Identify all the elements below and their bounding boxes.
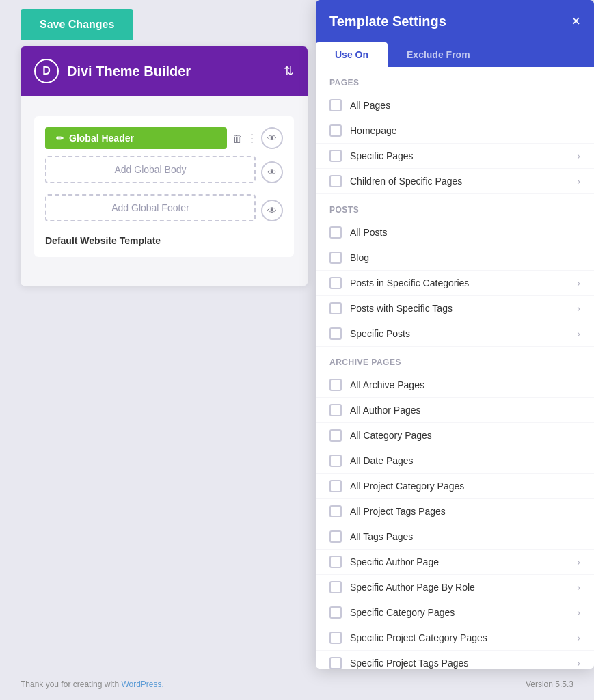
eye-btn-footer[interactable]: 👁 [261, 200, 283, 221]
item-label-all-project-category: All Project Category Pages [350, 481, 580, 492]
list-item[interactable]: All Project Tags Pages [316, 499, 594, 524]
list-item[interactable]: Specific Project Category Pages › [316, 625, 594, 651]
archive-section-label: Archive Pages [316, 347, 594, 373]
arrow-icon: › [577, 658, 580, 669]
list-item[interactable]: Specific Posts › [316, 321, 594, 347]
checkbox-all-project-category[interactable] [329, 480, 342, 492]
eye-btn-body[interactable]: 👁 [261, 161, 283, 183]
item-label-posts-tags: Posts with Specific Tags [350, 303, 577, 314]
arrow-icon: › [577, 556, 580, 567]
save-changes-button[interactable]: Save Changes [21, 9, 133, 40]
divi-header-right-icon: ⇅ [284, 64, 294, 79]
list-item[interactable]: Posts in Specific Categories › [316, 271, 594, 296]
checkbox-all-date[interactable] [329, 455, 342, 467]
item-label-blog: Blog [350, 252, 580, 263]
arrow-icon: › [577, 176, 580, 187]
list-item[interactable]: All Pages [316, 93, 594, 118]
global-header-label: Global Header [69, 133, 134, 144]
modal-header: Template Settings × [316, 0, 594, 42]
arrow-icon: › [577, 150, 580, 161]
item-label-specific-author: Specific Author Page [350, 556, 577, 567]
add-global-footer-label: Add Global Footer [111, 202, 189, 213]
checkbox-all-author[interactable] [329, 404, 342, 416]
list-item[interactable]: Specific Author Page By Role › [316, 575, 594, 600]
checkbox-all-posts[interactable] [329, 226, 342, 239]
checkbox-specific-project-tags[interactable] [329, 657, 342, 669]
checkbox-posts-tags[interactable] [329, 302, 342, 314]
list-item[interactable]: Specific Project Tags Pages › [316, 651, 594, 669]
checkbox-specific-project-category[interactable] [329, 632, 342, 644]
checkbox-posts-categories[interactable] [329, 277, 342, 289]
list-item[interactable]: Posts with Specific Tags › [316, 296, 594, 321]
list-item[interactable]: All Category Pages [316, 423, 594, 448]
divi-content: ✏ Global Header 🗑 ⋮ 👁 Add Global Body 👁 [21, 96, 308, 286]
tab-use-on[interactable]: Use On [316, 42, 388, 67]
item-label-specific-pages: Specific Pages [350, 150, 577, 161]
posts-section-label: Posts [316, 194, 594, 220]
global-header-row: ✏ Global Header 🗑 ⋮ 👁 [45, 127, 283, 149]
arrow-icon: › [577, 582, 580, 593]
item-label-all-category: All Category Pages [350, 430, 580, 441]
list-item[interactable]: All Tags Pages [316, 524, 594, 550]
list-item[interactable]: Specific Author Page › [316, 550, 594, 575]
list-item[interactable]: All Author Pages [316, 398, 594, 423]
wordpress-link[interactable]: WordPress. [121, 679, 163, 689]
modal-tabs: Use On Exclude From [316, 42, 594, 67]
list-item[interactable]: Blog [316, 245, 594, 271]
checkbox-all-archive[interactable] [329, 379, 342, 391]
template-block: ✏ Global Header 🗑 ⋮ 👁 Add Global Body 👁 [34, 116, 294, 257]
add-global-footer-btn[interactable]: Add Global Footer [45, 194, 256, 221]
arrow-icon: › [577, 278, 580, 288]
list-item[interactable]: Specific Pages › [316, 144, 594, 169]
item-label-all-tags: All Tags Pages [350, 531, 580, 542]
add-global-body-btn[interactable]: Add Global Body [45, 156, 256, 183]
list-item[interactable]: All Archive Pages [316, 373, 594, 398]
eye-btn-header[interactable]: 👁 [261, 127, 283, 149]
checkbox-specific-posts[interactable] [329, 327, 342, 340]
global-header-btn[interactable]: ✏ Global Header [45, 127, 227, 149]
checkbox-blog[interactable] [329, 252, 342, 264]
checkbox-all-pages[interactable] [329, 99, 342, 111]
divi-theme-builder-panel: D Divi Theme Builder ⇅ ✏ Global Header 🗑… [21, 46, 308, 286]
checkbox-specific-author-role[interactable] [329, 581, 342, 593]
item-label-specific-category: Specific Category Pages [350, 607, 577, 618]
checkbox-specific-pages[interactable] [329, 150, 342, 162]
item-label-specific-author-role: Specific Author Page By Role [350, 582, 577, 593]
item-label-specific-project-category: Specific Project Category Pages [350, 632, 577, 643]
gh-actions: 🗑 ⋮ 👁 [232, 127, 283, 149]
item-label-all-posts: All Posts [350, 227, 580, 238]
modal-body: Pages All Pages Homepage Specific Pages … [316, 67, 594, 669]
item-label-all-archive: All Archive Pages [350, 379, 580, 390]
list-item[interactable]: Specific Category Pages › [316, 600, 594, 625]
checkbox-children[interactable] [329, 175, 342, 187]
more-icon[interactable]: ⋮ [247, 132, 257, 144]
modal-close-button[interactable]: × [571, 12, 580, 30]
divi-panel-title: Divi Theme Builder [67, 64, 191, 79]
pencil-icon: ✏ [56, 133, 64, 144]
trash-icon[interactable]: 🗑 [232, 133, 243, 144]
tab-exclude-from[interactable]: Exclude From [388, 42, 489, 67]
modal-title: Template Settings [329, 14, 446, 29]
item-label-all-pages: All Pages [350, 100, 580, 111]
checkbox-all-project-tags[interactable] [329, 505, 342, 517]
checkbox-specific-category[interactable] [329, 606, 342, 619]
item-label-all-author: All Author Pages [350, 405, 580, 416]
item-label-homepage: Homepage [350, 125, 580, 136]
checkbox-homepage[interactable] [329, 124, 342, 137]
checkbox-all-category[interactable] [329, 429, 342, 442]
list-item[interactable]: All Project Category Pages [316, 474, 594, 499]
template-name: Default Website Template [45, 235, 283, 246]
list-item[interactable]: All Date Pages [316, 448, 594, 474]
arrow-icon: › [577, 328, 580, 339]
arrow-icon: › [577, 632, 580, 643]
item-label-specific-project-tags: Specific Project Tags Pages [350, 658, 577, 669]
item-label-posts-categories: Posts in Specific Categories [350, 278, 577, 288]
checkbox-specific-author[interactable] [329, 556, 342, 568]
checkbox-all-tags[interactable] [329, 530, 342, 543]
divi-logo: D [34, 59, 59, 83]
list-item[interactable]: Homepage [316, 118, 594, 144]
add-global-body-label: Add Global Body [114, 164, 186, 175]
footer-text: Thank you for creating with WordPress. [21, 679, 164, 689]
list-item[interactable]: Children of Specific Pages › [316, 169, 594, 194]
list-item[interactable]: All Posts [316, 220, 594, 245]
